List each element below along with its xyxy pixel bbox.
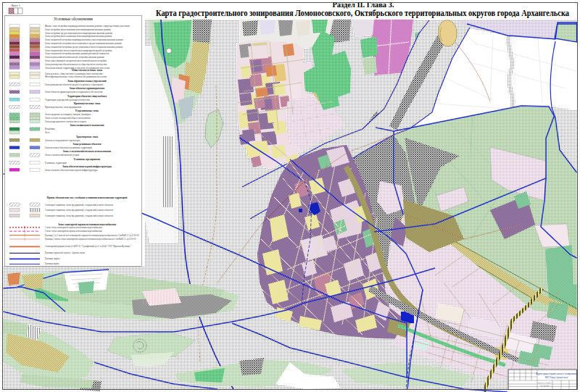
svg-text:Зоны размещения объектов жилог: Зоны размещения объектов жилого и общест… [45,63,107,66]
svg-text:Зоны перспективной комплексной: Зоны перспективной комплексной застройки… [45,56,104,59]
svg-text:МО "Город Архангельск": МО "Город Архангельск" [545,376,569,379]
svg-text:Зоны смешанной застройки индив: Зоны смешанной застройки индивидуальными… [45,38,123,41]
svg-text:Зоны существующей смешанной ма: Зоны существующей смешанной малоэтажной … [45,59,107,62]
svg-text:Территории учреждений культуры: Территории учреждений культуры и искусст… [45,99,90,101]
svg-text:Лист 1: Лист 1 [11,4,20,7]
svg-text:Зоны смешанной застройки средн: Зоны смешанной застройки среднеэтажными … [45,46,123,49]
svg-text:Зоны смешанной застройки жилым: Зоны смешанной застройки жилыми домами р… [45,52,109,55]
svg-text:1 пояс зоны санитарной охраны: 1 пояс зоны санитарной охраны источников… [45,226,102,229]
svg-text:Зоны образовательных учреждени: Зоны образовательных учреждений [67,80,106,83]
svg-text:Общественно-деловые зоны: Общественно-деловые зоны [72,69,102,72]
svg-text:Кладбища: Кладбища [45,128,55,130]
svg-text:Транспортные зоны: Транспортные зоны [76,135,98,138]
svg-text:Раздел II. Глава 3: Раздел II. Глава 3 [537,382,552,384]
svg-text:Зоны объектов здравоохранения: Зоны объектов здравоохранения [70,87,105,90]
svg-text:Граница 1 и 2 поясов зон санит: Граница 1 и 2 поясов зон санитарной охра… [45,234,139,237]
svg-text:Жилые зоны застройки индивидуа: Жилые зоны застройки индивидуальными жил… [45,25,130,28]
svg-text:Зоны застройки многоэтажными м: Зоны застройки многоэтажными многокварти… [45,35,112,38]
svg-text:Зоны объектов инженерной инфра: Зоны объектов инженерной инфраструктуры [62,165,112,168]
svg-text:Карта градостроительного зонир: Карта градостроительного зонирования Лом… [156,8,569,18]
svg-text:Леса: Леса [45,131,50,134]
svg-text:Зоны объектов здравоохранения: Зоны объектов здравоохранения и социальн… [45,91,103,93]
svg-text:Производственные зоны предприя: Производственные зоны предприятий [45,106,81,109]
svg-text:Зоны сельскохозяйственных угод: Зоны сельскохозяйственных угодий [45,154,79,157]
svg-text:Зоны смешанной и многоэтажной: Зоны смешанной и многоэтажной многокварт… [45,49,112,52]
svg-text:Многофункциональные зоны объек: Многофункциональные зоны объектов обслуж… [45,75,107,78]
svg-text:Зоны рекреационного назначения: Зоны рекреационного назначения и отдыха [45,120,87,123]
svg-text:Зоны размещения объектов средн: Зоны размещения объектов среднего и высш… [45,83,104,86]
svg-text:Зоны головных объектов инженер: Зоны головных объектов инженерной инфрас… [45,169,97,172]
svg-text:Зоны железнодорожного транспор: Зоны железнодорожного транспорта [45,139,80,142]
svg-text:Режимные предприятия: Режимные предприятия [74,158,100,161]
svg-text:Граница 3 пояса зоны санитарно: Граница 3 пояса зоны санитарной охраны и… [45,238,136,241]
svg-text:Режимные территории: Режимные территории [45,162,67,164]
svg-text:Рекреационные зоны: Рекреационные зоны [75,109,99,112]
svg-text:Зоны застройки малоэтажными мн: Зоны застройки малоэтажными многоквартир… [45,28,111,31]
svg-text:2 пояс зоны санитарной охраны: 2 пояс зоны санитарной охраны источников… [45,230,102,233]
svg-text:Зоны специального назначения: Зоны специального назначения [70,124,104,127]
svg-text:Зоны военных объектов и режимн: Зоны военных объектов и режимных террито… [45,146,92,149]
svg-text:Прочие обозначения зон с особы: Прочие обозначения зон с особыми условия… [47,196,128,199]
svg-text:Зоны застройки среднеэтажными: Зоны застройки среднеэтажными многокварт… [45,32,112,35]
svg-text:Граница округа: Граница округа [45,257,60,260]
svg-text:Граница городской черты г. Арх: Граница городской черты г. Архангельска [45,251,85,254]
svg-text:М 1:25 000: М 1:25 000 [540,385,550,387]
svg-text:Граница карты: Граница карты [45,262,59,265]
svg-text:Карта градостроительного зонир: Карта градостроительного зонирования [536,372,578,375]
svg-text:Зоны смешанной застройки малоэ: Зоны смешанной застройки малоэтажными и … [45,42,122,45]
svg-text:Санитарный разрыв (зона) от ВЗ: Санитарный разрыв (зона) от ВЗУ-31 "Суль… [45,245,131,248]
svg-text:Зоны зеленых насаждений общего: Зоны зеленых насаждений общего пользован… [45,117,91,120]
svg-text:Зоны сельскохозяйственного исп: Зоны сельскохозяйственного использования [63,150,112,153]
svg-text:Условные обозначения: Условные обозначения [54,17,93,21]
svg-text:Производственные зоны: Производственные зоны [74,102,101,105]
svg-text:Зоны режимных объектов: Зоны режимных объектов [73,143,102,146]
svg-text:Территории объектов соцкультбы: Территории объектов соцкультбыта [67,95,107,98]
